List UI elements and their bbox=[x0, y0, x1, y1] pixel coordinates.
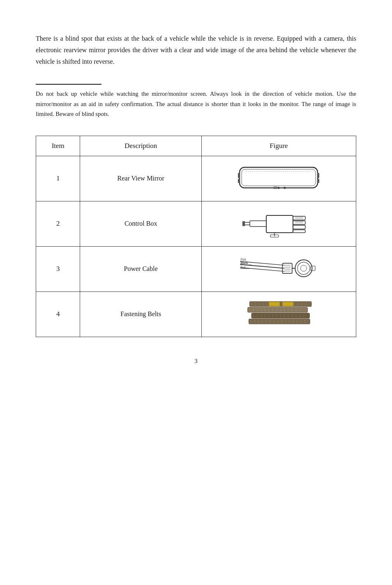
fastening-belts-icon bbox=[240, 298, 318, 331]
intro-paragraph: There is a blind spot that exists at the… bbox=[36, 33, 356, 67]
parts-table: Item Description Figure 1 Rear View Mirr… bbox=[36, 136, 356, 337]
svg-rect-11 bbox=[266, 215, 293, 233]
control-box-icon bbox=[242, 209, 316, 238]
svg-rect-17 bbox=[293, 221, 305, 224]
figure-1: . . . . . . . . . . . . . . . bbox=[201, 156, 356, 201]
figure-fastening-belts bbox=[205, 296, 353, 333]
svg-rect-106 bbox=[269, 302, 280, 306]
svg-rect-107 bbox=[283, 302, 293, 306]
svg-rect-12 bbox=[250, 221, 266, 227]
description-2: Control Box bbox=[80, 201, 201, 246]
svg-rect-43 bbox=[311, 266, 315, 271]
svg-rect-9 bbox=[317, 179, 319, 183]
page-number: 3 bbox=[36, 358, 356, 365]
description-4: Fastening Belts bbox=[80, 291, 201, 337]
figure-control-box bbox=[205, 205, 353, 242]
svg-point-4 bbox=[284, 187, 286, 189]
table-row: 1 Rear View Mirror bbox=[36, 156, 356, 201]
col-header-item: Item bbox=[36, 136, 80, 156]
figure-3: Pink Black Red bbox=[201, 246, 356, 291]
svg-rect-1 bbox=[242, 169, 316, 186]
svg-rect-19 bbox=[293, 230, 305, 233]
rear-mirror-icon: . . . . . . . . . . . . . . . bbox=[238, 164, 320, 193]
item-number-4: 4 bbox=[36, 291, 80, 337]
col-header-figure: Figure bbox=[201, 136, 356, 156]
svg-rect-8 bbox=[317, 173, 319, 178]
description-3: Power Cable bbox=[80, 246, 201, 291]
table-row: 4 Fastening Belts bbox=[36, 291, 356, 337]
svg-rect-6 bbox=[238, 173, 240, 178]
svg-rect-15 bbox=[242, 221, 245, 226]
item-number-2: 2 bbox=[36, 201, 80, 246]
svg-text:. . . . . . . . . . . . . . .: . . . . . . . . . . . . . . . bbox=[260, 169, 284, 171]
figure-2 bbox=[201, 201, 356, 246]
power-cable-icon: Pink Black Red bbox=[238, 254, 320, 284]
page: There is a blind spot that exists at the… bbox=[36, 0, 356, 585]
figure-4 bbox=[201, 291, 356, 337]
svg-rect-90 bbox=[249, 319, 310, 324]
table-row: 3 Power Cable Pink bbox=[36, 246, 356, 291]
warning-divider bbox=[36, 84, 101, 85]
svg-line-27 bbox=[240, 264, 285, 268]
svg-rect-7 bbox=[238, 179, 240, 183]
item-number-3: 3 bbox=[36, 246, 80, 291]
svg-rect-16 bbox=[293, 216, 305, 220]
col-header-description: Description bbox=[80, 136, 201, 156]
svg-rect-18 bbox=[293, 225, 305, 229]
description-1: Rear View Mirror bbox=[80, 156, 201, 201]
item-number-1: 1 bbox=[36, 156, 80, 201]
svg-text:Black: Black bbox=[241, 261, 249, 265]
svg-point-40 bbox=[297, 262, 310, 275]
svg-point-41 bbox=[301, 265, 307, 271]
figure-rear-mirror: . . . . . . . . . . . . . . . bbox=[205, 160, 353, 197]
svg-rect-44 bbox=[250, 302, 312, 307]
warning-section: Do not back up vehicle while watching th… bbox=[36, 84, 356, 119]
svg-rect-60 bbox=[248, 308, 308, 312]
warning-text: Do not back up vehicle while watching th… bbox=[36, 89, 356, 119]
table-row: 2 Control Box bbox=[36, 201, 356, 246]
svg-point-3 bbox=[278, 187, 280, 189]
figure-power-cable: Pink Black Red bbox=[205, 250, 353, 287]
